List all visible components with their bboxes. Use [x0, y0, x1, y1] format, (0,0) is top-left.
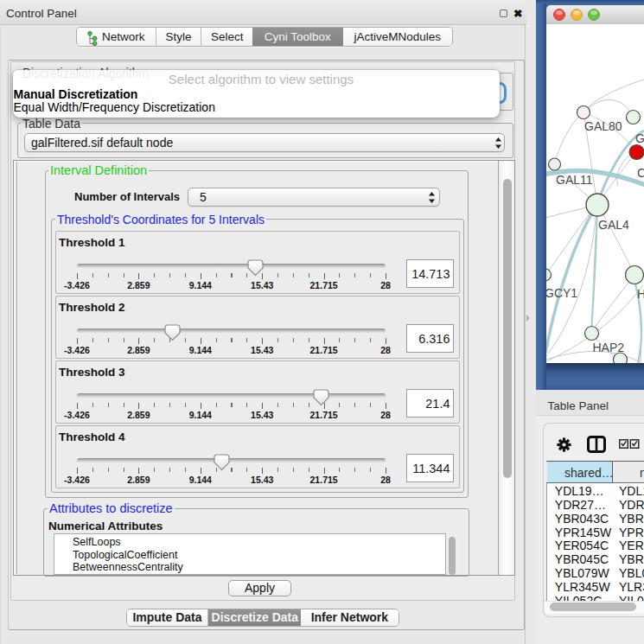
svg-text:GCY1: GCY1	[546, 286, 577, 300]
svg-text:H: H	[637, 287, 644, 301]
svg-text:GAL11: GAL11	[556, 173, 593, 187]
svg-text:C: C	[637, 166, 644, 180]
svg-text:HAP2: HAP2	[593, 341, 625, 354]
svg-text:GAL4: GAL4	[598, 218, 629, 232]
svg-text:GAL80: GAL80	[584, 119, 622, 133]
svg-text:GA: GA	[635, 131, 644, 145]
